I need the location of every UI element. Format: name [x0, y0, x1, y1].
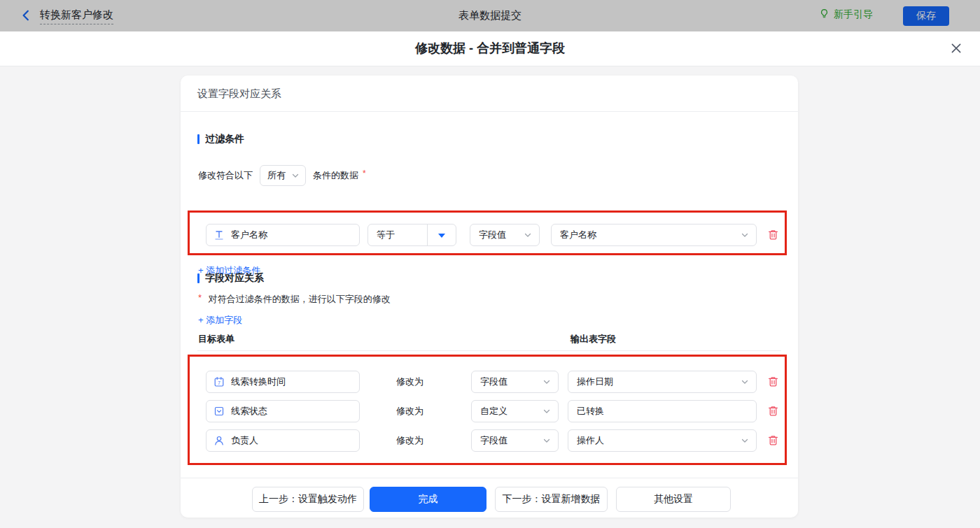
prev-step-button[interactable]: 上一步：设置触发动作	[252, 487, 364, 512]
chevron-down-icon	[542, 436, 551, 445]
operator-caret-zone	[427, 224, 456, 245]
trash-icon	[767, 379, 779, 390]
value-type-select[interactable]: 自定义	[471, 400, 559, 422]
output-value: 操作人	[577, 434, 736, 447]
value-type: 字段值	[480, 376, 538, 388]
condition-operator-value: 等于	[368, 229, 427, 241]
mapping-row: 线索状态 修改为 自定义 已转换	[206, 400, 777, 422]
add-field-link[interactable]: + 添加字段	[198, 314, 242, 327]
target-field-value: 线索状态	[231, 405, 359, 418]
page-title: 表单数据提交	[280, 0, 700, 31]
beginner-guide-link[interactable]: 新手引导	[819, 8, 873, 21]
condition-operator-select[interactable]: 等于	[368, 224, 456, 246]
match-prefix-label: 修改符合以下	[198, 169, 253, 182]
delete-condition-button[interactable]	[766, 229, 780, 243]
next-step-button[interactable]: 下一步：设置新增数据	[495, 487, 608, 512]
chevron-down-icon	[524, 231, 532, 239]
text-field-icon	[214, 229, 225, 241]
target-field-value: 负责人	[231, 434, 359, 447]
footer-divider	[181, 478, 798, 478]
match-mode-select[interactable]: 所有	[260, 165, 306, 186]
section-accent-bar	[197, 273, 200, 283]
chevron-down-icon	[542, 378, 551, 386]
value-type-select[interactable]: 字段值	[471, 371, 559, 393]
trash-icon	[767, 408, 779, 419]
filter-match-row: 修改符合以下 所有 条件的数据 *	[198, 165, 366, 186]
done-button[interactable]: 完成	[370, 487, 486, 512]
filter-section-title: 过滤条件	[197, 133, 244, 145]
trash-icon	[767, 438, 779, 448]
mapping-caption-text: 对符合过滤条件的数据，进行以下字段的修改	[209, 294, 391, 304]
annotation-box-mapping: 7 线索转换时间 修改为 字段值 操作日期	[188, 355, 787, 465]
target-field-input[interactable]: 负责人	[206, 429, 360, 452]
chevron-down-icon	[542, 407, 551, 415]
custom-value: 已转换	[577, 405, 756, 418]
calendar-icon: 7	[214, 376, 225, 387]
modify-to-label: 修改为	[396, 400, 424, 422]
condition-field-value: 客户名称	[231, 229, 359, 241]
value-type: 字段值	[480, 434, 538, 447]
close-icon	[950, 46, 962, 57]
back-button[interactable]	[19, 9, 33, 23]
delete-row-button[interactable]	[766, 434, 780, 448]
settings-card: 设置字段对应关系 过滤条件 修改符合以下 所有 条件的数据 * + 添加过滤条件	[181, 76, 798, 518]
delete-row-button[interactable]	[766, 376, 780, 390]
screen: 转换新客户修改 表单数据提交 新手引导 保存 修改数据 - 合并到普通字段 设置…	[0, 0, 980, 528]
chevron-down-icon	[741, 231, 749, 239]
modify-to-label: 修改为	[396, 429, 424, 452]
output-value-select[interactable]: 操作人	[568, 429, 757, 452]
close-button[interactable]	[949, 42, 963, 56]
condition-value-type-select[interactable]: 字段值	[470, 224, 540, 246]
match-mode-value: 所有	[267, 169, 286, 182]
caret-down-icon	[438, 234, 445, 241]
beginner-guide-label: 新手引导	[834, 8, 873, 21]
required-asterisk: *	[363, 169, 366, 178]
save-button[interactable]: 保存	[903, 6, 949, 26]
condition-value: 客户名称	[560, 229, 736, 241]
other-settings-button[interactable]: 其他设置	[616, 487, 731, 512]
column-header-output-field: 输出表字段	[570, 333, 616, 345]
target-field-input[interactable]: 7 线索转换时间	[206, 371, 360, 393]
chevron-down-icon	[741, 436, 749, 445]
modal-header: 修改数据 - 合并到普通字段	[0, 31, 980, 66]
person-icon	[214, 435, 225, 446]
value-type-select[interactable]: 字段值	[471, 429, 559, 452]
dropdown-field-icon	[214, 406, 225, 417]
mapping-caption: * 对符合过滤条件的数据，进行以下字段的修改	[198, 293, 391, 306]
chevron-down-icon	[291, 171, 300, 180]
svg-text:7: 7	[218, 380, 220, 385]
modal-body: 设置字段对应关系 过滤条件 修改符合以下 所有 条件的数据 * + 添加过滤条件	[0, 66, 980, 528]
condition-value-type: 字段值	[479, 229, 519, 241]
custom-value-input[interactable]: 已转换	[568, 400, 757, 422]
trash-icon	[767, 232, 779, 243]
lightbulb-icon	[819, 8, 830, 21]
modal-title: 修改数据 - 合并到普通字段	[0, 31, 980, 66]
column-header-target-form: 目标表单	[198, 333, 234, 345]
top-bar: 转换新客户修改 表单数据提交 新手引导 保存	[0, 0, 980, 32]
chevron-down-icon	[741, 378, 749, 386]
card-header-title: 设置字段对应关系	[181, 76, 798, 112]
mapping-row: 负责人 修改为 字段值 操作人	[206, 429, 777, 452]
annotation-box-filter: 客户名称 等于 字段值 客	[188, 211, 787, 255]
mapping-row: 7 线索转换时间 修改为 字段值 操作日期	[206, 371, 777, 393]
match-suffix-label: 条件的数据	[313, 169, 358, 182]
value-type: 自定义	[480, 405, 538, 418]
column-divider	[197, 350, 781, 351]
required-asterisk: *	[198, 292, 202, 303]
flow-title[interactable]: 转换新客户修改	[40, 8, 113, 24]
condition-field-input[interactable]: 客户名称	[206, 224, 360, 246]
target-field-value: 线索转换时间	[231, 376, 359, 388]
section-accent-bar	[197, 134, 200, 144]
filter-condition-row: 客户名称 等于 字段值 客	[206, 224, 777, 246]
condition-value-select[interactable]: 客户名称	[551, 224, 757, 246]
filter-section-label: 过滤条件	[205, 133, 244, 145]
output-value-select[interactable]: 操作日期	[568, 371, 757, 393]
mapping-section-label: 字段对应关系	[205, 272, 264, 285]
modify-to-label: 修改为	[396, 371, 424, 393]
mapping-section-title: 字段对应关系	[197, 272, 264, 285]
delete-row-button[interactable]	[766, 405, 780, 419]
target-field-input[interactable]: 线索状态	[206, 400, 360, 422]
output-value: 操作日期	[577, 376, 736, 388]
chevron-left-icon	[20, 13, 32, 24]
